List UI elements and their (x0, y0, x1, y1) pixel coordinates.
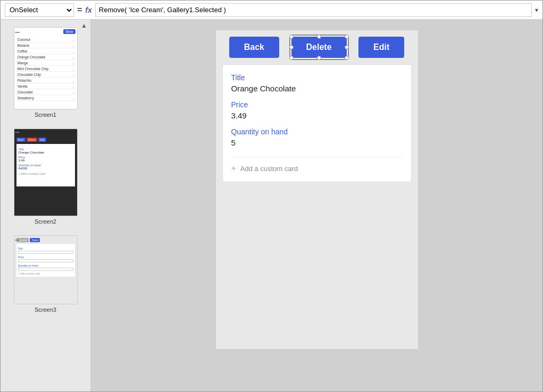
thumb-save-btn: Save (30, 238, 40, 242)
handle-top-right (345, 35, 349, 39)
back-button[interactable]: Back (229, 37, 279, 58)
handle-bottom-mid (317, 56, 321, 60)
screen2-label: Screen2 (35, 218, 56, 225)
price-value: 3.49 (231, 110, 403, 121)
screen3-thumb[interactable]: ••• Cancel Save Title Price Quantity on … (4, 235, 87, 313)
equals-sign: = (77, 5, 82, 15)
thumb-add-card: + Add a custom card (19, 172, 73, 175)
event-dropdown[interactable]: OnSelect (5, 3, 74, 17)
canvas-area: Back Delete Edit Title Orange Choco (91, 20, 542, 392)
thumb-title-value: Orange Chocolate (19, 151, 73, 154)
add-custom-card[interactable]: + Add a custom card (231, 157, 403, 173)
thumb-edit-btn: Edit (38, 138, 46, 142)
title-value: Orange Chocolate (231, 83, 403, 94)
handle-right-mid (345, 45, 349, 49)
price-label: Price (231, 100, 403, 109)
thumb-form-add: + Add a custom card (18, 272, 73, 275)
thumb-form-qty: Quantity on hand (18, 264, 73, 267)
fx-label: fx (85, 6, 91, 14)
delete-button[interactable]: Delete (291, 37, 347, 58)
screen1-list: Coconut› Banana› Coffee› Orange Chocolat… (16, 37, 75, 101)
list-item: Chocolate Chip› (16, 72, 75, 78)
detail-card: Title Orange Chocolate Price 3.49 Quanti… (222, 64, 412, 182)
list-item: Vanilla› (16, 84, 75, 89)
app-frame: Back Delete Edit Title Orange Choco (216, 30, 418, 349)
scroll-up-button[interactable]: ▲ (81, 22, 87, 29)
list-item: Pistachio› (16, 78, 75, 83)
screen3-label: Screen3 (35, 306, 56, 313)
screen3-dots: ••• (15, 238, 19, 242)
title-label: Title (231, 73, 403, 82)
handle-top-left (289, 35, 294, 39)
list-item: Coffee› (16, 49, 75, 54)
screen2-thumb[interactable]: ••• Back Delete Edit Title Orange Chocol… (4, 129, 87, 225)
screen2-dots: ••• (15, 130, 19, 134)
edit-button[interactable]: Edit (358, 37, 404, 58)
thumb-delete-btn: Delete (27, 138, 37, 142)
thumb-form-title-input (18, 251, 73, 254)
handle-bottom-left (289, 56, 294, 60)
list-item: Orange Chocolate› (16, 55, 75, 60)
quantity-value: 5 (231, 137, 403, 148)
action-button-row: Back Delete Edit (216, 30, 418, 64)
list-item: Coconut› (16, 37, 75, 42)
quantity-label: Quantity on hand (231, 127, 403, 136)
thumb-form-price-input (18, 259, 73, 262)
formula-input[interactable] (95, 3, 532, 17)
thumb-form-price: Price (18, 255, 73, 259)
thumb-back-btn: Back (16, 138, 26, 142)
add-icon: + (231, 164, 236, 173)
screen1-new-badge: New (63, 29, 75, 34)
handle-bottom-right (345, 56, 349, 60)
delete-button-wrap: Delete (291, 37, 347, 58)
main-area: ▲ ••• New Coconut› Banana› Coffee› Orang… (1, 20, 542, 392)
thumb-form-title: Title (18, 247, 73, 250)
list-item: Mint Chocolate Chip› (16, 66, 75, 72)
list-item: Mango› (16, 61, 75, 66)
formula-dropdown-arrow[interactable]: ▾ (535, 6, 538, 14)
sidebar: ▲ ••• New Coconut› Banana› Coffee› Orang… (1, 20, 91, 392)
screen1-label: Screen1 (35, 112, 56, 118)
formula-bar: OnSelect = fx ▾ (1, 1, 542, 20)
list-item: Strawberry› (16, 96, 75, 101)
add-custom-label: Add a custom card (240, 165, 298, 173)
thumb-qty-value: 64630 (19, 167, 73, 170)
screen1-dots[interactable]: ••• (15, 30, 20, 35)
thumb-form-qty-input (18, 268, 73, 271)
screen1-thumb[interactable]: ••• New Coconut› Banana› Coffee› Orange … (4, 27, 87, 118)
handle-left-mid (289, 45, 294, 49)
list-item: Chocolate› (16, 90, 75, 95)
thumb-price-value: 3.49 (19, 159, 73, 162)
handle-top-mid (317, 35, 321, 39)
list-item: Banana› (16, 43, 75, 48)
